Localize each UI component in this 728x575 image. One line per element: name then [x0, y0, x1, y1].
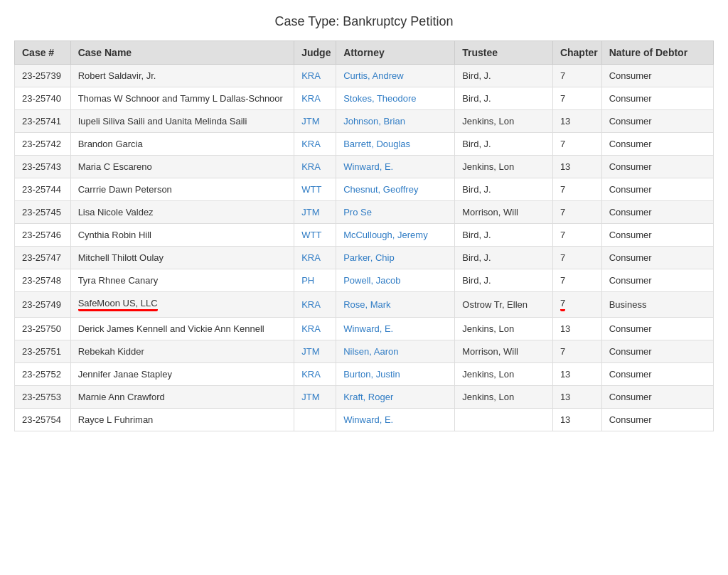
cell-nature: Consumer — [601, 133, 713, 156]
cell-trustee: Ostrow Tr, Ellen — [455, 292, 553, 318]
col-header-case: Case # — [15, 41, 71, 65]
cell-case-num: 23-25739 — [15, 65, 71, 87]
page-title: Case Type: Bankruptcy Petition — [14, 14, 714, 29]
cell-chapter: 13 — [552, 385, 601, 408]
cell-attorney[interactable]: Pro Se — [336, 201, 455, 224]
cell-case-num: 23-25743 — [15, 156, 71, 178]
cell-judge: KRA — [294, 156, 336, 178]
table-row: 23-25742Brandon GarciaKRABarrett, Dougla… — [15, 133, 714, 156]
table-row: 23-25748Tyra Rhnee CanaryPHPowell, Jacob… — [15, 269, 714, 292]
col-header-attorney: Attorney — [336, 41, 455, 65]
table-row: 23-25746Cynthia Robin HillWTTMcCullough,… — [15, 224, 714, 247]
cell-case-name: SafeMoon US, LLC — [70, 292, 294, 318]
cell-chapter: 7 — [552, 340, 601, 362]
cell-attorney[interactable]: Winward, E. — [336, 408, 455, 431]
cell-attorney[interactable]: Rose, Mark — [336, 292, 455, 318]
table-row: 23-25754Rayce L FuhrimanWinward, E.13Con… — [15, 408, 714, 431]
cell-trustee: Jenkins, Lon — [455, 362, 553, 385]
cell-case-num: 23-25744 — [15, 178, 71, 201]
cell-attorney[interactable]: Kraft, Roger — [336, 385, 455, 408]
cell-nature: Consumer — [601, 110, 713, 133]
cell-trustee: Morrison, Will — [455, 201, 553, 224]
table-row: 23-25749SafeMoon US, LLCKRARose, MarkOst… — [15, 292, 714, 318]
cell-attorney[interactable]: Nilsen, Aaron — [336, 340, 455, 362]
cell-case-name: Brandon Garcia — [70, 133, 294, 156]
cell-nature: Consumer — [601, 156, 713, 178]
cell-judge: KRA — [294, 362, 336, 385]
cell-case-name: Marnie Ann Crawford — [70, 385, 294, 408]
cell-trustee: Bird, J. — [455, 224, 553, 247]
cell-attorney[interactable]: Winward, E. — [336, 156, 455, 178]
cell-case-num: 23-25749 — [15, 292, 71, 318]
table-row: 23-25750Derick James Kennell and Vickie … — [15, 317, 714, 340]
table-row: 23-25752Jennifer Janae StapleyKRABurton,… — [15, 362, 714, 385]
table-header-row: Case # Case Name Judge Attorney Trustee … — [15, 41, 714, 65]
cell-attorney[interactable]: Barrett, Douglas — [336, 133, 455, 156]
cell-judge: KRA — [294, 317, 336, 340]
cell-judge: JTM — [294, 340, 336, 362]
col-header-nature: Nature of Debtor — [601, 41, 713, 65]
cell-nature: Consumer — [601, 385, 713, 408]
cell-chapter: 7 — [552, 201, 601, 224]
col-header-trustee: Trustee — [455, 41, 553, 65]
cell-trustee: Bird, J. — [455, 65, 553, 87]
cell-case-name: Thomas W Schnoor and Tammy L Dallas-Schn… — [70, 87, 294, 110]
cell-trustee: Jenkins, Lon — [455, 385, 553, 408]
cell-case-name: Tyra Rhnee Canary — [70, 269, 294, 292]
cell-case-num: 23-25746 — [15, 224, 71, 247]
cell-case-num: 23-25747 — [15, 247, 71, 269]
cell-trustee: Jenkins, Lon — [455, 110, 553, 133]
col-header-name: Case Name — [70, 41, 294, 65]
table-row: 23-25747Mitchell Thilott OulayKRAParker,… — [15, 247, 714, 269]
cell-trustee: Bird, J. — [455, 87, 553, 110]
cell-case-name: Rayce L Fuhriman — [70, 408, 294, 431]
cell-chapter: 7 — [552, 224, 601, 247]
col-header-chapter: Chapter — [552, 41, 601, 65]
cell-judge: PH — [294, 269, 336, 292]
table-row: 23-25741Iupeli Siliva Saili and Uanita M… — [15, 110, 714, 133]
cell-trustee: Bird, J. — [455, 247, 553, 269]
cell-judge: KRA — [294, 247, 336, 269]
cell-trustee: Morrison, Will — [455, 340, 553, 362]
cell-nature: Consumer — [601, 408, 713, 431]
cell-case-num: 23-25740 — [15, 87, 71, 110]
table-row: 23-25740Thomas W Schnoor and Tammy L Dal… — [15, 87, 714, 110]
cell-trustee: Jenkins, Lon — [455, 156, 553, 178]
cell-chapter: 13 — [552, 317, 601, 340]
cell-chapter: 7 — [552, 247, 601, 269]
cell-attorney[interactable]: Stokes, Theodore — [336, 87, 455, 110]
cell-trustee: Jenkins, Lon — [455, 317, 553, 340]
cell-attorney[interactable]: Curtis, Andrew — [336, 65, 455, 87]
cell-attorney[interactable]: Parker, Chip — [336, 247, 455, 269]
cell-case-name: Cynthia Robin Hill — [70, 224, 294, 247]
cell-attorney[interactable]: Burton, Justin — [336, 362, 455, 385]
cell-case-num: 23-25742 — [15, 133, 71, 156]
cell-chapter: 13 — [552, 156, 601, 178]
cell-nature: Consumer — [601, 87, 713, 110]
cell-chapter: 13 — [552, 110, 601, 133]
cell-judge: KRA — [294, 87, 336, 110]
cell-case-name: Mitchell Thilott Oulay — [70, 247, 294, 269]
cell-attorney[interactable]: Powell, Jacob — [336, 269, 455, 292]
cell-case-name: Derick James Kennell and Vickie Ann Kenn… — [70, 317, 294, 340]
cell-case-name: Robert Saldavir, Jr. — [70, 65, 294, 87]
table-row: 23-25751Rebekah KidderJTMNilsen, AaronMo… — [15, 340, 714, 362]
table-row: 23-25745Lisa Nicole ValdezJTMPro SeMorri… — [15, 201, 714, 224]
cell-attorney[interactable]: McCullough, Jeremy — [336, 224, 455, 247]
cell-attorney[interactable]: Johnson, Brian — [336, 110, 455, 133]
cell-judge: JTM — [294, 110, 336, 133]
cell-nature: Consumer — [601, 247, 713, 269]
cell-case-num: 23-25751 — [15, 340, 71, 362]
cell-judge: WTT — [294, 224, 336, 247]
cell-nature: Consumer — [601, 224, 713, 247]
cell-case-name: Jennifer Janae Stapley — [70, 362, 294, 385]
cell-attorney[interactable]: Chesnut, Geoffrey — [336, 178, 455, 201]
cell-judge: KRA — [294, 292, 336, 318]
cell-nature: Consumer — [601, 362, 713, 385]
cell-nature: Consumer — [601, 201, 713, 224]
table-row: 23-25743Maria C EscarenoKRAWinward, E.Je… — [15, 156, 714, 178]
cell-attorney[interactable]: Winward, E. — [336, 317, 455, 340]
col-header-judge: Judge — [294, 41, 336, 65]
table-row: 23-25744Carrrie Dawn PetersonWTTChesnut,… — [15, 178, 714, 201]
cell-judge: WTT — [294, 178, 336, 201]
